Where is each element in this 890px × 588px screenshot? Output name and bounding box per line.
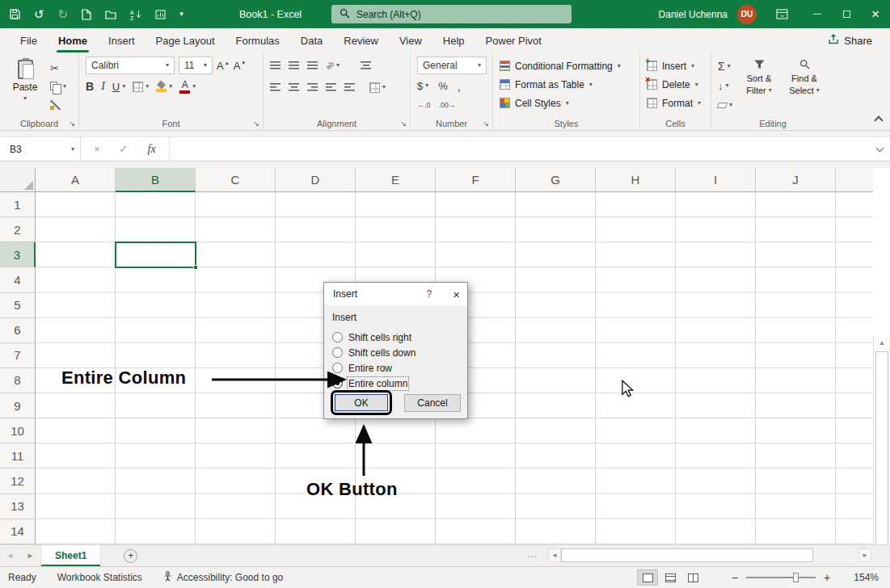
horizontal-scrollbar[interactable]: ◄ ► (548, 548, 871, 562)
increase-font-size-button[interactable]: A▲ (217, 60, 230, 72)
normal-view-button[interactable] (637, 569, 658, 586)
collapse-ribbon-icon[interactable] (874, 116, 883, 124)
bold-button[interactable]: B (86, 80, 94, 93)
ok-button[interactable]: OK (335, 394, 388, 411)
scroll-up-icon[interactable]: ▲ (874, 336, 890, 350)
insert-function-icon[interactable]: fx (148, 143, 156, 156)
zoom-in-button[interactable]: + (819, 571, 835, 584)
new-file-icon[interactable] (82, 9, 91, 20)
sort-ascending-icon[interactable]: AZ (130, 9, 141, 20)
zoom-slider[interactable] (746, 577, 816, 578)
paste-button[interactable]: Paste ▾ (6, 57, 44, 112)
ribbon-display-options-icon[interactable] (776, 9, 788, 19)
workbook-statistics[interactable]: Workbook Statistics (57, 572, 142, 583)
accounting-format-button[interactable]: $▾ (417, 78, 428, 93)
option-entire-row[interactable]: Entire row (332, 360, 459, 376)
fill-handle[interactable] (193, 265, 198, 270)
avatar[interactable]: DU (737, 5, 757, 24)
sheet-splitter-dots[interactable]: … (527, 548, 537, 560)
option-shift-cells-right[interactable]: Shift cells right (332, 330, 459, 345)
sheet-nav-right-icon[interactable]: ► (20, 552, 40, 560)
wrap-text-button[interactable] (361, 58, 371, 73)
row-header-8[interactable]: 8 (0, 368, 36, 393)
formula-input[interactable] (170, 137, 869, 161)
tab-data[interactable]: Data (290, 28, 333, 52)
radio-icon[interactable] (332, 332, 343, 342)
row-header-7[interactable]: 7 (0, 343, 36, 368)
horizontal-scrollbar-thumb[interactable] (561, 548, 813, 562)
insert-cells-button[interactable]: Insert▾ (647, 57, 704, 75)
expand-formula-bar-button[interactable] (869, 137, 890, 161)
font-size-combo[interactable]: 11▾ (179, 57, 213, 74)
underline-button[interactable]: U▾ (112, 79, 125, 94)
name-box-chevron-icon[interactable]: ▾ (71, 146, 74, 153)
sort-filter-button[interactable]: Sort & Filter▾ (740, 57, 778, 112)
row-header-1[interactable]: 1 (0, 192, 36, 217)
format-as-table-button[interactable]: Format as Table▾ (500, 75, 633, 94)
tab-home[interactable]: Home (48, 28, 98, 52)
decrease-font-size-button[interactable]: A▼ (234, 60, 247, 72)
cut-button[interactable]: ✂ (50, 61, 66, 75)
borders-button[interactable]: ▾ (133, 79, 149, 94)
radio-selected-icon[interactable] (332, 378, 343, 388)
italic-button[interactable]: I (101, 80, 105, 93)
row-header-9[interactable]: 9 (0, 393, 36, 418)
row-header-14[interactable]: 14 (0, 519, 36, 544)
scroll-left-icon[interactable]: ◄ (548, 548, 561, 562)
comma-style-button[interactable]: , (458, 80, 461, 92)
delete-cells-button[interactable]: Delete▾ (647, 75, 704, 94)
minimize-button[interactable] (803, 0, 832, 28)
column-header-partial[interactable] (836, 168, 873, 192)
number-format-combo[interactable]: General▾ (417, 57, 487, 74)
fill-color-button[interactable]: ▾ (156, 79, 172, 94)
option-shift-cells-down[interactable]: Shift cells down (332, 345, 459, 360)
select-all-corner[interactable] (0, 168, 36, 192)
fill-button[interactable]: ↓▾ (718, 78, 732, 93)
accessibility-status[interactable]: Accessibility: Good to go (163, 571, 283, 584)
confirm-entry-icon[interactable]: ✓ (120, 143, 129, 155)
column-header-i[interactable]: I (676, 168, 756, 192)
save-icon[interactable] (10, 9, 20, 19)
tab-view[interactable]: View (389, 28, 432, 52)
zoom-level[interactable]: 154% (845, 572, 879, 583)
column-header-f[interactable]: F (436, 168, 516, 192)
dialog-close-icon[interactable]: × (453, 288, 460, 301)
scroll-right-icon[interactable]: ► (858, 548, 871, 562)
row-header-6[interactable]: 6 (0, 318, 36, 343)
tab-power-pivot[interactable]: Power Pivot (475, 28, 552, 52)
merge-center-button[interactable]: ▾ (369, 80, 386, 94)
row-header-2[interactable]: 2 (0, 217, 36, 242)
cancel-entry-icon[interactable]: × (94, 143, 100, 155)
format-cells-button[interactable]: Format▾ (647, 94, 704, 112)
user-name[interactable]: Daniel Uchenna (659, 9, 728, 20)
conditional-formatting-button[interactable]: Conditional Formatting▾ (500, 57, 633, 75)
decrease-decimal-button[interactable]: .00→ (439, 98, 457, 112)
dialog-help-icon[interactable]: ? (427, 288, 432, 300)
tab-formulas[interactable]: Formulas (226, 28, 290, 52)
column-header-d[interactable]: D (276, 168, 356, 192)
align-right-icon[interactable] (307, 83, 318, 91)
font-name-combo[interactable]: Calibri▾ (86, 57, 175, 74)
column-header-b[interactable]: B (116, 168, 196, 192)
tab-insert[interactable]: Insert (98, 28, 146, 52)
increase-indent-icon[interactable] (344, 83, 355, 91)
align-bottom-icon[interactable] (307, 61, 318, 69)
sheet-tab-sheet1[interactable]: Sheet1 (40, 545, 101, 566)
column-header-e[interactable]: E (356, 168, 436, 192)
redo-icon[interactable]: ↻ (58, 8, 69, 20)
chart-icon[interactable] (155, 10, 166, 19)
page-break-view-button[interactable] (682, 569, 703, 586)
cancel-button[interactable]: Cancel (404, 394, 461, 412)
row-header-11[interactable]: 11 (0, 443, 36, 468)
row-header-4[interactable]: 4 (0, 267, 36, 292)
search-box[interactable]: Search (Alt+Q) (331, 5, 572, 23)
selected-cell-b3[interactable] (115, 242, 196, 268)
row-header-5[interactable]: 5 (0, 293, 36, 318)
font-color-button[interactable]: A▾ (179, 79, 196, 94)
column-header-g[interactable]: G (516, 168, 596, 192)
name-box[interactable]: B3 ▾ (0, 137, 81, 161)
row-header-3[interactable]: 3 (0, 242, 36, 267)
clear-button[interactable]: ▾ (718, 98, 732, 112)
percent-style-button[interactable]: % (438, 81, 448, 91)
add-sheet-icon[interactable]: + (124, 549, 137, 563)
